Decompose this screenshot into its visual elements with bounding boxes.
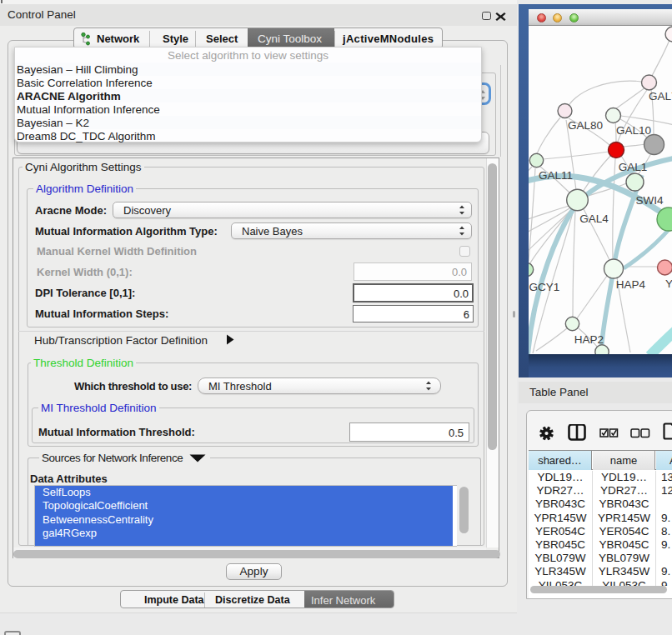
svg-text:SWI4: SWI4 (635, 194, 663, 207)
svg-text:GAL7: GAL7 (649, 90, 672, 102)
svg-text:GAL80: GAL80 (568, 119, 603, 132)
svg-text:YM: YM (665, 278, 672, 290)
svg-text:HAP2: HAP2 (574, 333, 604, 346)
svg-text:GAL10: GAL10 (616, 124, 651, 137)
svg-text:HAP4: HAP4 (616, 278, 646, 291)
svg-text:GCY1: GCY1 (529, 281, 560, 293)
svg-text:GAL1: GAL1 (619, 161, 648, 173)
svg-text:GAL4: GAL4 (579, 212, 609, 225)
svg-text:GAL11: GAL11 (539, 169, 573, 182)
